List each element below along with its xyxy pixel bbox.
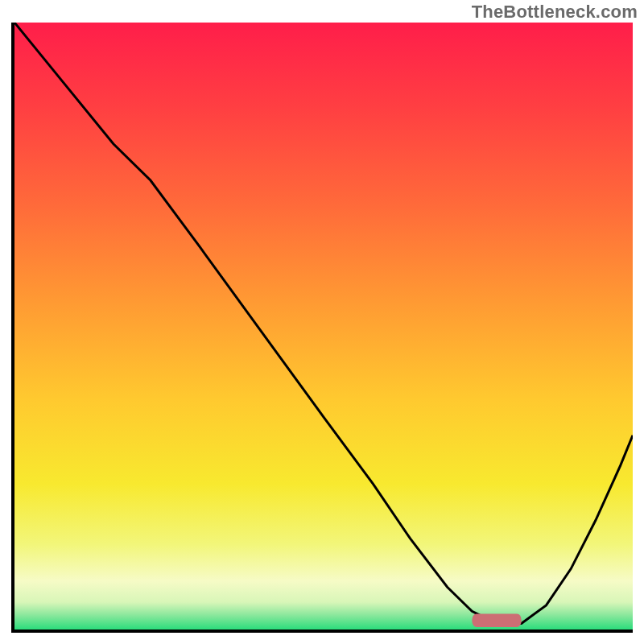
watermark-text: TheBottleneck.com <box>472 2 638 23</box>
chart-canvas <box>14 23 633 630</box>
chart-root: TheBottleneck.com <box>0 0 644 644</box>
gradient-background <box>14 23 633 630</box>
optimal-marker <box>472 613 521 627</box>
